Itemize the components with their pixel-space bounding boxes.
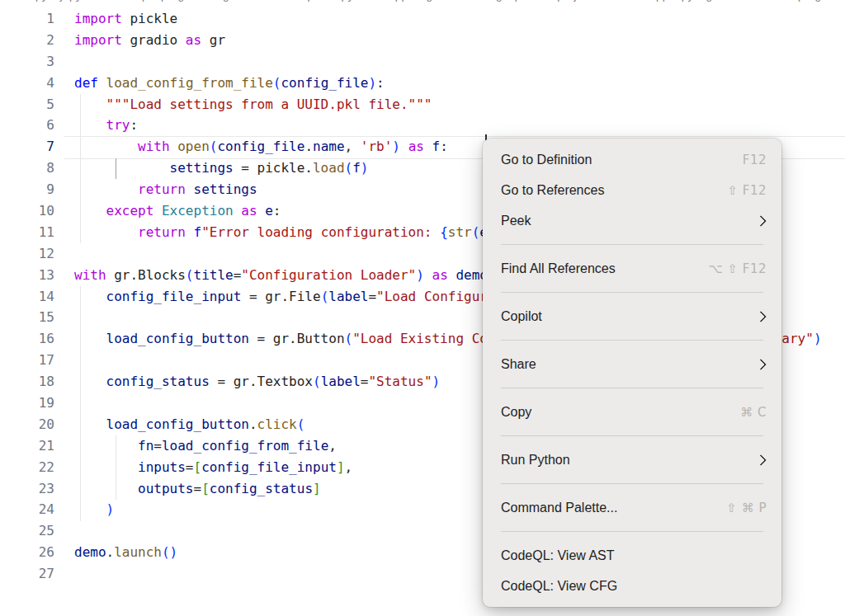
code-line-content[interactable]: inputs=[config_file_input], [74, 457, 352, 478]
code-token: = [194, 481, 202, 496]
line-number[interactable]: 26 [0, 542, 54, 563]
code-line-content[interactable]: import gradio as gr [74, 30, 225, 51]
code-token: = pickle. [234, 160, 313, 176]
line-number[interactable]: 4 [0, 73, 54, 94]
code-line-content[interactable]: with gr.Blocks(title="Configuration Load… [74, 265, 496, 286]
code-line-content[interactable]: def load_config_from_file(config_file): [74, 73, 385, 94]
line-number[interactable]: 9 [0, 179, 54, 200]
code-token: except [106, 203, 154, 219]
menu-separator [501, 435, 763, 436]
line-number[interactable]: 15 [0, 307, 54, 328]
code-token [98, 75, 106, 91]
code-token [74, 289, 106, 304]
menu-item-command-palette[interactable]: Command Palette...⇧ ⌘ P [483, 492, 781, 523]
code-line-content[interactable] [74, 307, 83, 328]
code-token: ( [472, 224, 480, 240]
menu-item-copilot[interactable]: Copilot [483, 301, 781, 332]
menu-item-shortcut: F12 [743, 153, 767, 167]
line-number[interactable]: 17 [0, 350, 54, 371]
line-number[interactable]: 11 [0, 222, 54, 243]
code-line-content[interactable]: with open(config_file.name, 'rb') as f: [74, 136, 448, 158]
code-token [74, 96, 106, 112]
menu-item-peek[interactable]: Peek [483, 205, 781, 236]
line-number[interactable]: 2 [0, 30, 54, 51]
code-line-content[interactable]: fn=load_config_from_file, [74, 435, 337, 457]
line-number[interactable]: 19 [0, 393, 54, 414]
menu-item-label: CodeQL: View AST [501, 548, 767, 563]
code-line-content[interactable] [74, 243, 83, 265]
line-number[interactable]: 1 [0, 8, 54, 30]
line-number[interactable]: 27 [0, 563, 54, 585]
code-token: """Load settings from a UUID.pkl file.""… [106, 96, 432, 112]
line-number[interactable]: 5 [0, 94, 54, 115]
code-token: settings [170, 160, 234, 176]
code-token: ( [210, 139, 218, 154]
code-line-content[interactable]: try: [74, 115, 138, 136]
code-line-content[interactable]: except Exception as e: [74, 200, 281, 222]
code-line-content[interactable] [74, 51, 83, 73]
code-line-content[interactable] [74, 350, 83, 371]
menu-item-shortcut: ⌘ C [740, 405, 767, 420]
code-line-content[interactable]: ) [74, 499, 114, 520]
code-token: = [186, 459, 194, 475]
line-number[interactable]: 24 [0, 499, 54, 520]
code-token: "Configuration Loader" [241, 267, 416, 283]
menu-item-label: Find All References [501, 261, 708, 276]
menu-item-go-to-definition[interactable]: Go to DefinitionF12 [483, 144, 781, 175]
code-line-content[interactable]: config_status = gr.Textbox(label="Status… [74, 371, 440, 393]
line-number[interactable]: 8 [0, 158, 54, 179]
code-line-content[interactable]: demo.launch() [74, 542, 177, 563]
line-number[interactable]: 6 [0, 115, 54, 136]
code-token [74, 459, 138, 475]
code-token: gr.Blocks [106, 267, 186, 283]
code-line-content[interactable] [74, 393, 83, 414]
code-line-content[interactable] [74, 520, 83, 542]
code-token: as [408, 139, 424, 154]
line-number[interactable]: 14 [0, 286, 54, 308]
line-number[interactable]: 23 [0, 478, 54, 500]
line-number[interactable]: 7 [0, 136, 54, 158]
code-line-content[interactable] [74, 563, 83, 585]
code-line-content[interactable]: import pickle [74, 8, 177, 30]
code-token: with [74, 267, 106, 283]
menu-item-share[interactable]: Share [483, 349, 781, 379]
menu-item-label: Share [501, 357, 757, 372]
code-token: : [376, 75, 385, 91]
menu-item-find-all-references[interactable]: Find All References⌥ ⇧ F12 [483, 253, 781, 284]
code-line-content[interactable]: return f"Error loading configuration: {s… [74, 222, 512, 243]
menu-item-go-to-references[interactable]: Go to References⇧ F12 [483, 175, 781, 205]
code-token: config_file_input [201, 459, 337, 475]
line-number[interactable]: 21 [0, 435, 54, 457]
menu-item-shortcut: ⇧ F12 [727, 183, 767, 198]
menu-item-codeql-view-cfg[interactable]: CodeQL: View CFG [483, 571, 781, 601]
line-number[interactable]: 3 [0, 51, 54, 73]
line-number[interactable]: 12 [0, 243, 54, 265]
code-line-content[interactable]: settings = pickle.load(f) [74, 158, 368, 179]
line-number[interactable]: 22 [0, 457, 54, 478]
code-line-content[interactable]: outputs=[config_status] [74, 478, 321, 500]
code-token: ( [313, 374, 321, 389]
menu-item-codeql-view-ast[interactable]: CodeQL: View AST [483, 540, 781, 571]
menu-item-copy[interactable]: Copy⌘ C [483, 397, 781, 427]
code-line-content[interactable]: """Load settings from a UUID.pkl file.""… [74, 94, 432, 115]
code-token: : [273, 203, 281, 219]
code-token: ( [345, 331, 353, 346]
line-number[interactable]: 20 [0, 414, 54, 435]
line-number[interactable]: 25 [0, 520, 54, 542]
code-token: ] [313, 481, 321, 496]
code-token [74, 501, 106, 517]
code-token: , [328, 438, 337, 454]
submenu-chevron-icon [755, 358, 767, 369]
code-token [234, 203, 242, 219]
code-line-content[interactable]: return settings [74, 179, 257, 200]
code-token: ) [106, 501, 115, 517]
line-number[interactable]: 13 [0, 265, 54, 286]
code-token: ( [321, 289, 329, 304]
line-number[interactable]: 10 [0, 200, 54, 222]
menu-separator [501, 292, 763, 293]
code-token: , [345, 459, 353, 475]
menu-item-run-python[interactable]: Run Python [483, 444, 781, 475]
line-number[interactable]: 18 [0, 371, 54, 393]
code-line-content[interactable]: load_config_button.click( [74, 414, 304, 435]
line-number[interactable]: 16 [0, 328, 54, 350]
